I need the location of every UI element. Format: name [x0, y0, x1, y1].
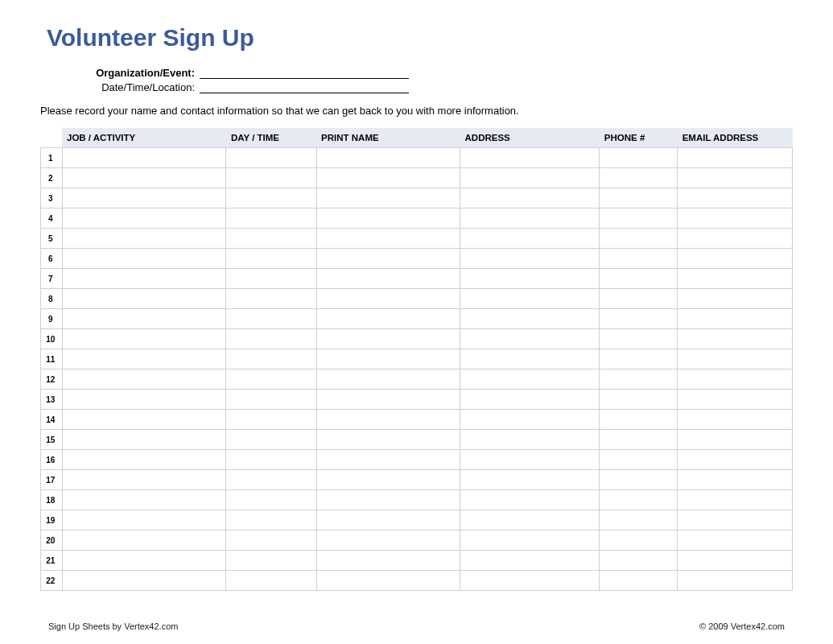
cell-name[interactable] — [316, 530, 460, 551]
cell-address[interactable] — [460, 329, 600, 349]
cell-phone[interactable] — [600, 289, 678, 309]
cell-name[interactable] — [316, 229, 460, 249]
cell-address[interactable] — [460, 148, 600, 168]
cell-job[interactable] — [62, 289, 226, 309]
cell-address[interactable] — [460, 369, 600, 390]
cell-job[interactable] — [62, 168, 226, 188]
cell-email[interactable] — [678, 269, 793, 289]
cell-day[interactable] — [226, 510, 316, 530]
cell-address[interactable] — [460, 551, 600, 571]
cell-day[interactable] — [226, 450, 316, 470]
cell-email[interactable] — [678, 168, 793, 188]
cell-address[interactable] — [460, 450, 600, 470]
cell-email[interactable] — [678, 571, 793, 591]
cell-job[interactable] — [62, 390, 226, 410]
cell-job[interactable] — [62, 148, 226, 168]
cell-job[interactable] — [62, 229, 226, 249]
cell-phone[interactable] — [600, 510, 678, 530]
cell-email[interactable] — [678, 390, 793, 410]
cell-email[interactable] — [678, 208, 793, 229]
cell-job[interactable] — [62, 430, 226, 450]
cell-name[interactable] — [316, 510, 460, 530]
cell-day[interactable] — [226, 530, 316, 551]
cell-address[interactable] — [460, 188, 600, 208]
cell-day[interactable] — [226, 188, 316, 208]
cell-job[interactable] — [62, 249, 226, 269]
cell-phone[interactable] — [600, 390, 678, 410]
cell-day[interactable] — [226, 410, 316, 430]
cell-name[interactable] — [316, 410, 460, 430]
cell-address[interactable] — [460, 249, 600, 269]
cell-phone[interactable] — [600, 168, 678, 188]
cell-job[interactable] — [62, 551, 226, 571]
cell-name[interactable] — [316, 430, 460, 450]
cell-day[interactable] — [226, 349, 316, 369]
cell-day[interactable] — [226, 148, 316, 168]
cell-email[interactable] — [678, 229, 793, 249]
datetime-input[interactable] — [200, 80, 409, 93]
cell-job[interactable] — [62, 349, 226, 369]
cell-email[interactable] — [678, 430, 793, 450]
cell-phone[interactable] — [600, 309, 678, 329]
cell-address[interactable] — [460, 309, 600, 329]
organization-input[interactable] — [200, 66, 409, 79]
cell-job[interactable] — [62, 410, 226, 430]
cell-email[interactable] — [678, 369, 793, 390]
cell-address[interactable] — [460, 289, 600, 309]
cell-email[interactable] — [678, 490, 793, 510]
cell-phone[interactable] — [600, 369, 678, 390]
cell-job[interactable] — [62, 530, 226, 551]
cell-name[interactable] — [316, 369, 460, 390]
cell-email[interactable] — [678, 148, 793, 168]
cell-address[interactable] — [460, 410, 600, 430]
cell-day[interactable] — [226, 289, 316, 309]
cell-phone[interactable] — [600, 148, 678, 168]
cell-job[interactable] — [62, 490, 226, 510]
cell-email[interactable] — [678, 289, 793, 309]
cell-phone[interactable] — [600, 490, 678, 510]
cell-phone[interactable] — [600, 249, 678, 269]
cell-phone[interactable] — [600, 530, 678, 551]
cell-phone[interactable] — [600, 450, 678, 470]
cell-address[interactable] — [460, 530, 600, 551]
cell-address[interactable] — [460, 470, 600, 490]
cell-phone[interactable] — [600, 571, 678, 591]
cell-address[interactable] — [460, 208, 600, 229]
cell-address[interactable] — [460, 229, 600, 249]
cell-job[interactable] — [62, 329, 226, 349]
cell-phone[interactable] — [600, 349, 678, 369]
cell-day[interactable] — [226, 329, 316, 349]
cell-email[interactable] — [678, 309, 793, 329]
cell-email[interactable] — [678, 450, 793, 470]
cell-address[interactable] — [460, 269, 600, 289]
cell-name[interactable] — [316, 208, 460, 229]
cell-address[interactable] — [460, 510, 600, 530]
cell-job[interactable] — [62, 571, 226, 591]
cell-day[interactable] — [226, 390, 316, 410]
cell-phone[interactable] — [600, 208, 678, 229]
cell-email[interactable] — [678, 410, 793, 430]
cell-name[interactable] — [316, 470, 460, 490]
cell-phone[interactable] — [600, 329, 678, 349]
cell-phone[interactable] — [600, 410, 678, 430]
cell-day[interactable] — [226, 571, 316, 591]
cell-job[interactable] — [62, 470, 226, 490]
cell-name[interactable] — [316, 168, 460, 188]
cell-name[interactable] — [316, 188, 460, 208]
cell-address[interactable] — [460, 490, 600, 510]
cell-phone[interactable] — [600, 229, 678, 249]
cell-name[interactable] — [316, 551, 460, 571]
cell-job[interactable] — [62, 208, 226, 229]
cell-day[interactable] — [226, 269, 316, 289]
cell-job[interactable] — [62, 450, 226, 470]
cell-name[interactable] — [316, 289, 460, 309]
cell-email[interactable] — [678, 551, 793, 571]
cell-day[interactable] — [226, 249, 316, 269]
cell-phone[interactable] — [600, 188, 678, 208]
cell-name[interactable] — [316, 490, 460, 510]
cell-job[interactable] — [62, 269, 226, 289]
cell-day[interactable] — [226, 490, 316, 510]
cell-address[interactable] — [460, 571, 600, 591]
cell-address[interactable] — [460, 168, 600, 188]
cell-job[interactable] — [62, 309, 226, 329]
